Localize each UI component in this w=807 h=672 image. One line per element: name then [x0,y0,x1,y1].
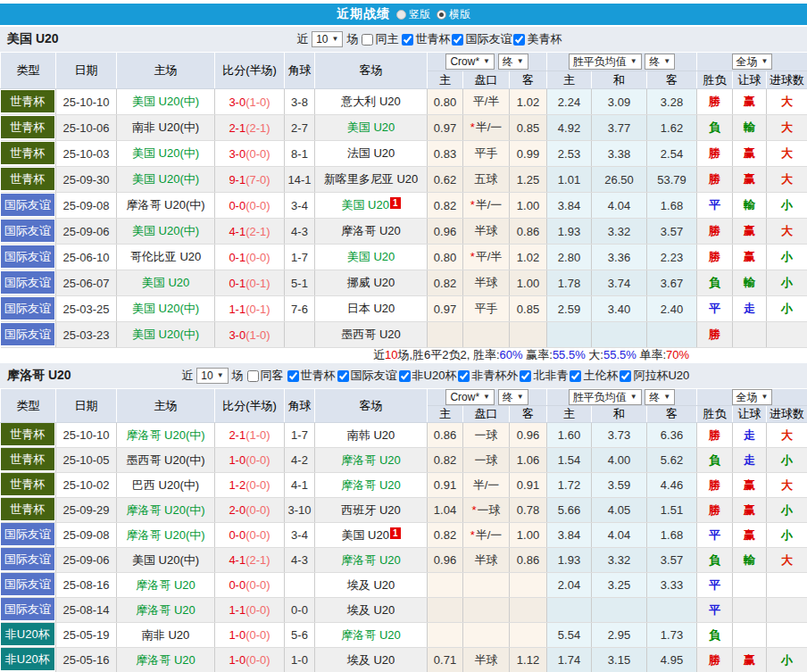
home-team: 墨西哥 U20(中) [117,448,215,473]
col-type: 类型 [1,389,56,423]
odds-away [510,598,547,623]
avg-draw: 3.25 [592,573,647,598]
goals-total: 大 [767,219,807,245]
match-type: 世青杯 [1,423,56,448]
league-filter[interactable]: 阿拉杯U20 [620,368,689,384]
home-team: 美国 U20(中) [117,89,215,115]
league-checkbox[interactable] [458,370,470,382]
result: 平 [697,523,733,548]
league-checkbox[interactable] [570,370,581,382]
home-team: 美国 U20(中) [117,548,215,573]
home-team: 哥伦比亚 U20 [117,245,215,270]
scope-select[interactable]: 全场▼ [732,389,773,405]
avg-draw: 4.04 [592,193,647,219]
section-header: 美国 U20 近 10▼ 场 同主 世青杯国际友谊美青杯 [0,27,807,52]
league-filter[interactable]: 美青杯 [513,31,562,47]
avg-odds-select[interactable]: 胜平负均值▼ [569,389,642,405]
away-team: 摩洛哥 U20 [315,219,428,245]
match-row: 世青杯25-10-06南非 U20(中)2-1(2-1)2-7美国 U200.9… [1,115,807,141]
scope-select[interactable]: 全场▼ [732,54,773,70]
result: 勝 [697,498,733,523]
league-filter[interactable]: 世青杯 [402,31,450,47]
match-row: 国际友谊25-06-07美国 U200-1(0-1)5-1挪威 U200.82半… [1,270,807,296]
result: 負 [697,623,733,648]
avg-time-select[interactable]: 终▼ [645,54,675,70]
same-venue-filter[interactable]: 同客 [247,368,284,384]
odds-home: 0.91 [428,473,463,498]
handicap: 半球 [463,548,510,573]
league-checkbox[interactable] [337,370,349,382]
match-row: 世青杯25-10-02巴西 U20(中)1-2(0-0)4-1摩洛哥 U200.… [1,473,807,498]
corners: 5-6 [285,623,315,648]
layout-horizontal-radio[interactable]: 横版 [437,7,470,22]
col-avg-home: 主 [547,71,592,89]
match-type: 国际友谊 [1,245,56,270]
league-filter[interactable]: 国际友谊 [452,31,512,47]
league-filter[interactable]: 非U20杯 [399,368,457,384]
score: 2-1(2-1) [215,115,285,141]
match-type: 国际友谊 [1,193,56,219]
league-checkbox[interactable] [452,34,463,46]
same-venue-checkbox[interactable] [362,34,373,46]
handicap-result: 赢 [733,245,767,270]
avg-time-select[interactable]: 终▼ [645,389,675,405]
corners: 2-7 [285,115,315,141]
handicap: 五球 [463,167,510,193]
radio-unselected-icon[interactable] [396,10,406,20]
col-handicap: 盘口 [463,406,510,423]
score: 1-0(0-0) [215,648,285,672]
match-date: 25-09-08 [56,523,117,548]
filter-bar: 近 10▼ 场 同客 世青杯国际友谊非U20杯非青杯外北非青土伦杯阿拉杯U20 [71,368,800,384]
radio-selected-icon[interactable] [437,10,446,20]
league-checkbox[interactable] [287,370,299,382]
league-checkbox[interactable] [620,370,631,382]
match-date: 25-08-16 [56,573,117,598]
league-checkbox[interactable] [520,370,531,382]
league-filter[interactable]: 世青杯 [287,368,336,384]
recent-count-select[interactable]: 10▼ [196,368,228,384]
col-avg-away: 客 [647,71,697,89]
col-odds-away: 客 [510,406,547,423]
league-checkbox[interactable] [402,34,413,46]
odds-company-select[interactable]: Crow*▼ [445,389,495,405]
col-handicap-result: 让球 [733,71,767,89]
handicap-result: 輸 [733,115,767,141]
goals-total: 大 [767,115,807,141]
goals-total: 小 [767,523,807,548]
avg-odds-select[interactable]: 胜平负均值▼ [569,54,642,70]
recent-count-select[interactable]: 10▼ [312,31,343,47]
odds-company-select[interactable]: Crow*▼ [445,54,495,70]
league-filter[interactable]: 土伦杯 [570,368,618,384]
avg-home: 1.72 [547,473,592,498]
odds-away: 1.06 [510,448,547,473]
league-filter[interactable]: 国际友谊 [337,368,397,384]
same-venue-filter[interactable]: 同主 [362,31,398,47]
handicap: *半/一 [463,523,510,548]
odds-time-select[interactable]: 终▼ [498,389,528,405]
league-checkbox[interactable] [513,34,525,46]
away-team: 埃及 U20 [315,573,428,598]
avg-draw: 3.38 [592,141,647,167]
stats-summary-part: 70% [666,348,689,361]
league-checkbox[interactable] [399,370,411,382]
col-date: 日期 [56,53,117,89]
col-score: 比分(半场) [215,53,285,89]
match-row: 国际友谊25-03-23美国 U20(中)3-0(1-0)墨西哥 U20勝 [1,322,807,348]
league-filter[interactable]: 北非青 [520,368,568,384]
avg-draw: 3.77 [592,115,647,141]
match-type: 国际友谊 [1,598,56,623]
avg-draw: 3.59 [592,473,647,498]
odds-time-select[interactable]: 终▼ [498,54,528,70]
result: 負 [697,115,733,141]
score: 1-0(0-0) [215,623,285,648]
same-venue-checkbox[interactable] [247,370,259,382]
team-title: 美国 U20 [7,31,59,47]
result: 勝 [697,322,733,348]
odds-home: 0.96 [428,219,463,245]
avg-home: 1.01 [547,167,592,193]
home-team: 美国 U20(中) [117,167,215,193]
stats-summary-part: 10 [385,348,397,361]
layout-vertical-radio[interactable]: 竖版 [396,7,430,22]
league-filter[interactable]: 非青杯外 [458,368,518,384]
col-home: 主场 [117,53,215,89]
